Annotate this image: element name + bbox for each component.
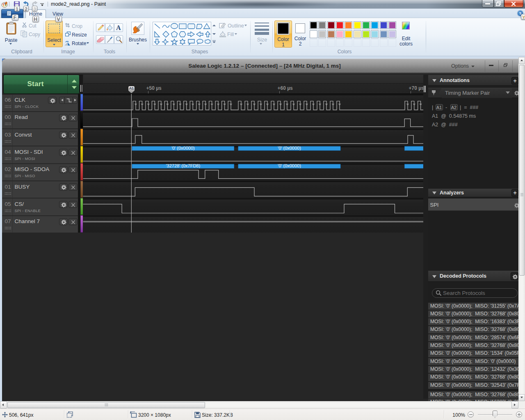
- svg-text:'0' (0x0000): '0' (0x0000): [171, 146, 195, 151]
- svg-text:'0' (0x0000): '0' (0x0000): [278, 146, 301, 151]
- svg-text:'32728' (0x7FD8): '32728' (0x7FD8): [166, 163, 200, 168]
- svg-text:'0' (0x0000): '0' (0x0000): [278, 163, 301, 168]
